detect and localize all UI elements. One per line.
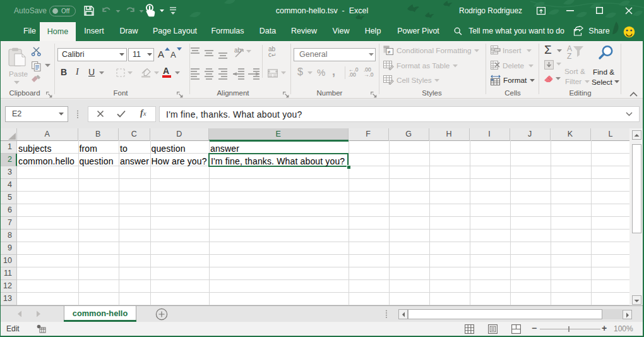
svg-text:≠: ≠	[388, 49, 391, 55]
svg-text:ab: ab	[234, 47, 242, 54]
svg-text:Off: Off	[61, 8, 69, 15]
